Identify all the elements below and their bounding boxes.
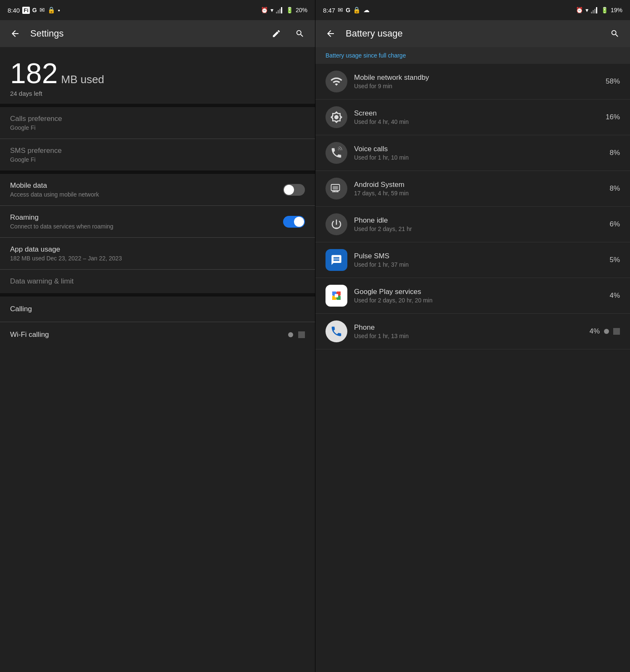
back-button-left[interactable] xyxy=(7,25,24,42)
app-data-usage-item[interactable]: App data usage 182 MB used Dec 23, 2022 … xyxy=(0,238,315,269)
time-left: 8:40 xyxy=(8,7,20,14)
status-right-left: ⏰ ▾ 🔋 20% xyxy=(261,7,307,13)
pulse-sms-info: Pulse SMS Used for 1 hr, 37 min xyxy=(354,252,604,268)
sms-pref-title: SMS preference xyxy=(10,147,305,155)
battery-item-pulse-sms[interactable]: Pulse SMS Used for 1 hr, 37 min 5% xyxy=(315,242,630,278)
svg-rect-0 xyxy=(276,12,277,13)
battery-section-header: Battery usage since full charge xyxy=(315,47,630,64)
roaming-toggle[interactable] xyxy=(283,216,305,228)
android-system-name: Android System xyxy=(354,181,604,189)
left-scroll: 182 MB used 24 days left Calls preferenc… xyxy=(0,47,315,672)
status-right-right: ⏰ ▾ 🔋 19% xyxy=(576,7,622,13)
mobile-network-info: Mobile network standby Used for 9 min xyxy=(354,74,601,89)
time-right: 8:47 xyxy=(323,7,335,14)
battery-icon-right: 🔋 xyxy=(601,7,608,13)
voice-calls-detail: Used for 1 hr, 10 min xyxy=(354,154,604,161)
phone-wave-icon xyxy=(330,147,343,159)
roaming-left: Roaming Connect to data services when ro… xyxy=(10,213,283,230)
phone-app-detail: Used for 1 hr, 13 min xyxy=(354,333,579,339)
phone-idle-detail: Used for 2 days, 21 hr xyxy=(354,226,604,232)
mobile-network-icon-wrap xyxy=(326,71,347,92)
app-data-sub: 182 MB used Dec 23, 2022 – Jan 22, 2023 xyxy=(10,255,305,262)
voice-calls-info: Voice calls Used for 1 hr, 10 min xyxy=(354,145,604,161)
battery-item-phone-idle[interactable]: Phone idle Used for 2 days, 21 hr 6% xyxy=(315,207,630,242)
screen-detail: Used for 4 hr, 40 min xyxy=(354,118,601,125)
calls-pref-sub: Google Fi xyxy=(10,124,305,131)
roaming-item[interactable]: Roaming Connect to data services when ro… xyxy=(0,206,315,237)
battery-item-screen[interactable]: Screen Used for 4 hr, 40 min 16% xyxy=(315,100,630,135)
mail-icon: ✉ xyxy=(39,6,45,14)
mobile-data-item[interactable]: Mobile data Access data using mobile net… xyxy=(0,174,315,205)
data-warning-title: Data warning & limit xyxy=(10,277,305,286)
battery-item-mobile-network[interactable]: Mobile network standby Used for 9 min 58… xyxy=(315,64,630,100)
data-days-left: 24 days left xyxy=(10,90,305,97)
pulse-sms-detail: Used for 1 hr, 37 min xyxy=(354,261,604,268)
phone-idle-icon-wrap xyxy=(326,213,347,235)
svg-rect-6 xyxy=(594,9,596,13)
data-amount: 182 MB used xyxy=(10,59,305,87)
data-number: 182 xyxy=(10,59,58,87)
mobile-data-toggle[interactable] xyxy=(283,184,305,196)
pulse-sms-pct: 5% xyxy=(609,256,620,264)
g-icon: G xyxy=(32,7,37,13)
battery-icon-left: 🔋 xyxy=(286,7,293,13)
mobile-network-name: Mobile network standby xyxy=(354,74,601,82)
pulse-sms-icon xyxy=(331,254,342,266)
app-title-left: Settings xyxy=(30,28,261,39)
back-button-right[interactable] xyxy=(322,25,339,42)
phone-idle-info: Phone idle Used for 2 days, 21 hr xyxy=(354,216,604,232)
android-system-icon-wrap xyxy=(326,178,347,200)
voice-calls-pct: 8% xyxy=(609,149,620,157)
roaming-sub: Connect to data services when roaming xyxy=(10,223,283,230)
square-indicator xyxy=(298,331,305,338)
power-icon xyxy=(330,218,343,231)
edit-button[interactable] xyxy=(268,25,285,42)
calls-pref-title: Calls preference xyxy=(10,115,305,123)
data-warning-item[interactable]: Data warning & limit xyxy=(0,270,315,293)
sms-preference-item[interactable]: SMS preference Google Fi xyxy=(0,139,315,171)
wifi-icon-left: ▾ xyxy=(270,7,273,13)
svg-rect-2 xyxy=(279,9,281,13)
calling-title: Calling xyxy=(10,305,305,313)
phone-idle-name: Phone idle xyxy=(354,216,604,225)
svg-rect-7 xyxy=(596,7,597,13)
status-time-left: 8:40 Fi G ✉ 🔒 • xyxy=(8,6,60,14)
google-play-icon-wrap xyxy=(326,285,347,307)
calling-item[interactable]: Calling xyxy=(0,297,315,322)
search-button-left[interactable] xyxy=(291,25,308,42)
svg-rect-15 xyxy=(335,294,338,297)
mobile-data-sub: Access data using mobile network xyxy=(10,191,283,198)
screen-name: Screen xyxy=(354,109,601,118)
data-usage-header: 182 MB used 24 days left xyxy=(0,47,315,104)
google-play-detail: Used for 2 days, 20 hr, 20 min xyxy=(354,297,604,304)
search-button-right[interactable] xyxy=(606,25,623,42)
wifi-calling-item[interactable]: Wi-Fi calling xyxy=(0,322,315,347)
svg-rect-9 xyxy=(333,186,338,190)
android-system-info: Android System 17 days, 4 hr, 59 min xyxy=(354,181,604,197)
mobile-data-title: Mobile data xyxy=(10,181,283,190)
battery-item-phone[interactable]: Phone Used for 1 hr, 13 min 4% xyxy=(315,314,630,349)
status-bar-left: 8:40 Fi G ✉ 🔒 • ⏰ ▾ 🔋 20% xyxy=(0,0,315,20)
battery-item-google-play[interactable]: Google Play services Used for 2 days, 20… xyxy=(315,278,630,314)
phone-app-name: Phone xyxy=(354,323,579,332)
battery-item-android-system[interactable]: Android System 17 days, 4 hr, 59 min 8% xyxy=(315,171,630,207)
signal-icon-left xyxy=(276,7,284,13)
svg-rect-5 xyxy=(593,10,594,13)
mobile-network-pct: 58% xyxy=(606,77,620,86)
battery-item-voice-calls[interactable]: Voice calls Used for 1 hr, 10 min 8% xyxy=(315,135,630,171)
battery-pct-left: 20% xyxy=(296,7,307,13)
g-icon-r: G xyxy=(346,7,350,13)
dot-indicator xyxy=(288,332,293,337)
alarm-icon-right: ⏰ xyxy=(576,7,583,13)
signal-strength-icon xyxy=(330,75,343,88)
google-play-pct: 4% xyxy=(609,291,620,300)
status-time-right: 8:47 ✉ G 🔒 ☁ xyxy=(323,6,370,14)
cloud-icon-r: ☁ xyxy=(363,6,370,14)
screen-info: Screen Used for 4 hr, 40 min xyxy=(354,109,601,125)
mobile-data-knob xyxy=(284,185,294,195)
app-title-right: Battery usage xyxy=(346,28,600,39)
phone-app-pct: 4% xyxy=(589,327,600,336)
google-play-info: Google Play services Used for 2 days, 20… xyxy=(354,288,604,304)
calls-preference-item[interactable]: Calls preference Google Fi xyxy=(0,107,315,139)
svg-rect-3 xyxy=(281,7,282,13)
